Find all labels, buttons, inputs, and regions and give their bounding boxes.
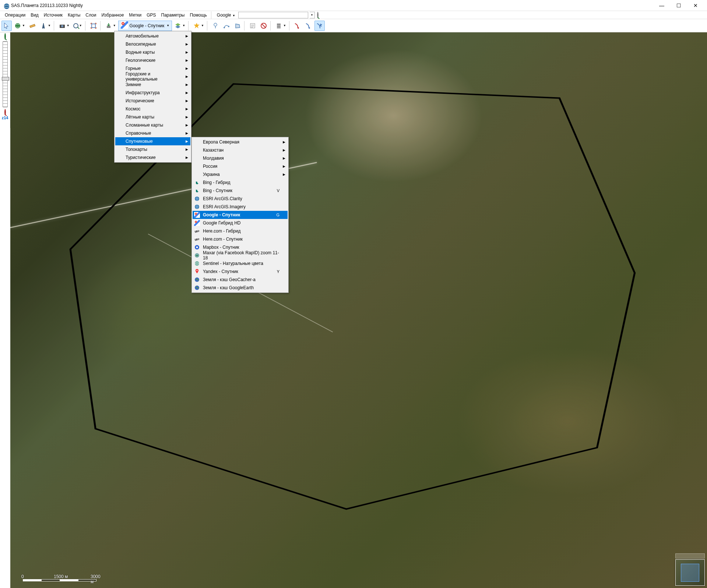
category-item-8[interactable]: Исторические▶ (115, 97, 190, 105)
chevron-right-icon: ▶ (283, 156, 285, 160)
category-item-6[interactable]: Зимние▶ (115, 81, 190, 89)
menu-operations[interactable]: Операции (2, 12, 28, 18)
category-item-3[interactable]: Геологические▶ (115, 56, 190, 64)
title-bar: SAS.Планета 220113.10233 Nightly — ☐ ✕ (0, 0, 707, 11)
globe-tool[interactable]: ▼ (13, 21, 27, 31)
satellite-item-4[interactable]: Украина▶ (193, 170, 288, 178)
favorites-tool[interactable]: ▼ (191, 21, 205, 31)
satellite-item-18[interactable]: Земля - кэш GoogleEarth (193, 284, 288, 292)
svg-point-38 (197, 270, 198, 271)
satellite-item-5[interactable]: Bing - Гибрид (193, 178, 288, 187)
satellite-item-3[interactable]: Россия▶ (193, 162, 288, 170)
scale-label-mid: 1500 м (54, 574, 68, 579)
satellite-item-15[interactable]: Sentinel - Натуральные цвета (193, 259, 288, 268)
satellite-item-9[interactable]: Google - СпутникG (193, 211, 288, 219)
category-item-13[interactable]: Спутниковые▶ (115, 137, 190, 145)
search-dropdown-button[interactable]: ▾ (310, 12, 315, 18)
map-category-menu: Автомобильные▶Велосипедные▶Водные карты▶… (114, 31, 191, 163)
chevron-right-icon: ▶ (186, 75, 188, 78)
scale-label-end: 3000 м (91, 574, 101, 584)
here-icon: here (194, 236, 200, 242)
svg-rect-6 (92, 24, 95, 28)
menu-marks[interactable]: Метки (126, 12, 144, 18)
satellite-item-7[interactable]: ESRI ArcGIS.Clarity (193, 195, 288, 203)
zoom-slider-thumb[interactable] (2, 77, 9, 81)
zoom-level-label: z14 (2, 116, 8, 120)
shortcut-label: Y (277, 269, 279, 274)
maximize-button[interactable]: ☐ (670, 0, 687, 11)
server-tool[interactable]: ▼ (274, 21, 288, 31)
hide-marks-tool[interactable] (258, 21, 269, 31)
path-tool[interactable] (221, 21, 232, 31)
satellite-maps-submenu: Европа Северная▶Казахстан▶Молдавия▶Росси… (191, 137, 289, 293)
window-title: SAS.Планета 220113.10233 Nightly (11, 3, 653, 8)
menu-favorites[interactable]: Избранное (99, 12, 126, 18)
svg-point-20 (309, 27, 310, 29)
zoom-in-button[interactable] (4, 34, 6, 39)
satellite-item-14[interactable]: Maxar (via Facebook RapID) zoom 11-18 (193, 251, 288, 259)
gps-on-tool[interactable] (292, 21, 303, 31)
satellite-item-2[interactable]: Молдавия▶ (193, 154, 288, 162)
ruler-tool[interactable] (27, 21, 38, 31)
layers-tool[interactable]: ▼ (173, 21, 187, 31)
category-item-10[interactable]: Лётные карты▶ (115, 113, 190, 121)
satellite-item-10[interactable]: Google Гибрид HD (193, 219, 288, 227)
chevron-right-icon: ▶ (283, 140, 285, 144)
compass-tool[interactable]: ▼ (38, 21, 52, 31)
satellite-item-17[interactable]: Земля - кэш GeoCacher-a (193, 276, 288, 284)
chevron-right-icon: ▶ (186, 34, 188, 38)
menu-params[interactable]: Параметры (159, 12, 187, 18)
menu-help[interactable]: Помощь (187, 12, 209, 18)
menu-gps[interactable]: GPS (144, 12, 158, 18)
search-input[interactable] (238, 12, 308, 18)
chevron-right-icon: ▶ (186, 148, 188, 151)
search-icon[interactable] (317, 13, 319, 18)
category-item-11[interactable]: Сломанные карты▶ (115, 121, 190, 129)
svg-rect-16 (277, 24, 281, 25)
category-item-14[interactable]: Топокарты▶ (115, 145, 190, 153)
menu-maps[interactable]: Карты (65, 12, 83, 18)
menu-source[interactable]: Источник (41, 12, 65, 18)
category-item-0[interactable]: Автомобильные▶ (115, 32, 190, 40)
satellite-item-8[interactable]: ESRI ArcGIS.Imagery (193, 203, 288, 211)
minimize-button[interactable]: — (653, 0, 670, 11)
search-provider-label[interactable]: Google ▼ (215, 12, 237, 18)
minimap[interactable] (675, 559, 705, 586)
satellite-item-1[interactable]: Казахстан▶ (193, 146, 288, 154)
svg-point-11 (214, 23, 217, 26)
chevron-right-icon: ▶ (186, 91, 188, 95)
menu-layers[interactable]: Слои (83, 12, 99, 18)
satellite-item-6[interactable]: Bing - СпутникV (193, 187, 288, 195)
category-item-7[interactable]: Инфраструктура▶ (115, 89, 190, 97)
svg-point-25 (196, 213, 196, 214)
category-item-12[interactable]: Справочные▶ (115, 129, 190, 137)
category-item-1[interactable]: Велосипедные▶ (115, 40, 190, 48)
placemark-manager-tool[interactable] (247, 21, 258, 31)
chevron-down-icon: ▼ (166, 24, 169, 27)
polygon-tool[interactable] (232, 21, 243, 31)
earth-icon (194, 277, 200, 283)
pin-tool[interactable] (210, 21, 221, 31)
svg-point-5 (61, 25, 63, 27)
satellite-item-11[interactable]: hereHere.com - Гибрид (193, 227, 288, 235)
zoom-tool[interactable]: ▼ (72, 21, 84, 31)
satellite-item-16[interactable]: Yandex - СпутникY (193, 268, 288, 276)
category-item-15[interactable]: Туристические▶ (115, 153, 190, 162)
fullscreen-tool[interactable] (88, 21, 99, 31)
gps-track-tool[interactable] (303, 21, 314, 31)
map-source-selector[interactable]: Google - Спутник ▼ (118, 21, 172, 31)
satellite-item-12[interactable]: hereHere.com - Спутник (193, 235, 288, 243)
category-item-2[interactable]: Водные карты▶ (115, 48, 190, 56)
download-tool[interactable]: ▼ (103, 21, 117, 31)
gps-center-tool[interactable] (314, 21, 325, 31)
category-item-5[interactable]: Городские и универсальные▶ (115, 72, 190, 81)
camera-tool[interactable]: ▼ (57, 21, 71, 31)
menu-view[interactable]: Вид (28, 12, 41, 18)
close-button[interactable]: ✕ (687, 0, 704, 11)
cursor-tool[interactable] (1, 21, 12, 31)
zoom-slider[interactable] (3, 41, 8, 107)
satellite-item-0[interactable]: Европа Северная▶ (193, 138, 288, 146)
minimap-toolbar[interactable] (675, 553, 705, 559)
zoom-out-button[interactable] (4, 110, 6, 115)
category-item-9[interactable]: Космос▶ (115, 105, 190, 113)
